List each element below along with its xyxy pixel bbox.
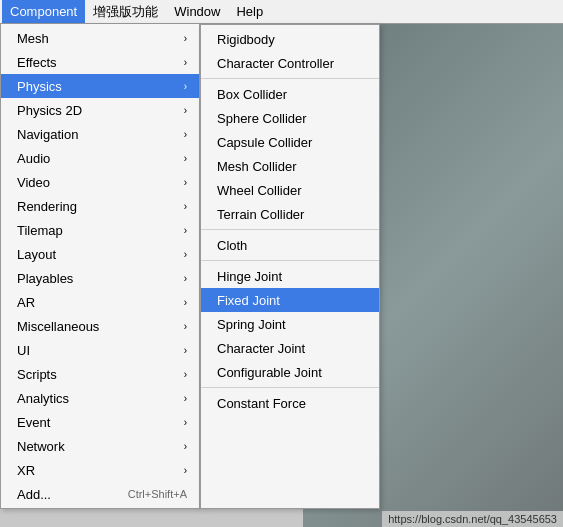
menubar-item-enhanced[interactable]: 增强版功能: [85, 0, 166, 23]
separator-3: [201, 260, 379, 261]
menu-layout-label: Layout: [17, 247, 56, 262]
menu-sphere-collider-label: Sphere Collider: [217, 111, 307, 126]
menubar-item-help[interactable]: Help: [228, 0, 271, 23]
chevron-right-icon: ›: [184, 297, 187, 308]
chevron-right-icon: ›: [184, 129, 187, 140]
menu-effects-label: Effects: [17, 55, 57, 70]
menu-item-event[interactable]: Event ›: [1, 410, 199, 434]
menu-analytics-label: Analytics: [17, 391, 69, 406]
menubar-component-label: Component: [10, 4, 77, 19]
chevron-right-icon: ›: [184, 33, 187, 44]
menubar-item-window[interactable]: Window: [166, 0, 228, 23]
menu-item-scripts[interactable]: Scripts ›: [1, 362, 199, 386]
menu-mesh-collider-label: Mesh Collider: [217, 159, 296, 174]
menu-item-configurable-joint[interactable]: Configurable Joint: [201, 360, 379, 384]
menu-add-label: Add...: [17, 487, 51, 502]
menubar-help-label: Help: [236, 4, 263, 19]
menu-item-mesh-collider[interactable]: Mesh Collider: [201, 154, 379, 178]
chevron-right-icon: ›: [184, 345, 187, 356]
menu-item-layout[interactable]: Layout ›: [1, 242, 199, 266]
chevron-right-icon: ›: [184, 201, 187, 212]
primary-menu: Mesh › Effects › Physics › Physics 2D › …: [0, 24, 200, 509]
menu-hinge-joint-label: Hinge Joint: [217, 269, 282, 284]
separator-2: [201, 229, 379, 230]
menu-miscellaneous-label: Miscellaneous: [17, 319, 99, 334]
menu-item-ar[interactable]: AR ›: [1, 290, 199, 314]
dropdown-container: Mesh › Effects › Physics › Physics 2D › …: [0, 24, 380, 509]
separator-1: [201, 78, 379, 79]
menu-item-video[interactable]: Video ›: [1, 170, 199, 194]
menu-item-hinge-joint[interactable]: Hinge Joint: [201, 264, 379, 288]
menu-scripts-label: Scripts: [17, 367, 57, 382]
status-bar: https://blog.csdn.net/qq_43545653: [382, 511, 563, 527]
menu-character-joint-label: Character Joint: [217, 341, 305, 356]
menu-box-collider-label: Box Collider: [217, 87, 287, 102]
menu-item-constant-force[interactable]: Constant Force: [201, 391, 379, 415]
menu-item-rendering[interactable]: Rendering ›: [1, 194, 199, 218]
menu-xr-label: XR: [17, 463, 35, 478]
menu-fixed-joint-label: Fixed Joint: [217, 293, 280, 308]
chevron-right-icon: ›: [184, 441, 187, 452]
menu-item-network[interactable]: Network ›: [1, 434, 199, 458]
menu-spring-joint-label: Spring Joint: [217, 317, 286, 332]
menu-item-terrain-collider[interactable]: Terrain Collider: [201, 202, 379, 226]
menubar-item-component[interactable]: Component: [2, 0, 85, 23]
menu-item-fixed-joint[interactable]: Fixed Joint: [201, 288, 379, 312]
menu-wheel-collider-label: Wheel Collider: [217, 183, 302, 198]
menu-terrain-collider-label: Terrain Collider: [217, 207, 304, 222]
menu-video-label: Video: [17, 175, 50, 190]
chevron-right-icon: ›: [184, 321, 187, 332]
menu-item-effects[interactable]: Effects ›: [1, 50, 199, 74]
menu-item-navigation[interactable]: Navigation ›: [1, 122, 199, 146]
secondary-menu-physics: Rigidbody Character Controller Box Colli…: [200, 24, 380, 509]
menu-constant-force-label: Constant Force: [217, 396, 306, 411]
chevron-right-icon: ›: [184, 273, 187, 284]
menu-rigidbody-label: Rigidbody: [217, 32, 275, 47]
menu-item-ui[interactable]: UI ›: [1, 338, 199, 362]
status-bar-text: https://blog.csdn.net/qq_43545653: [388, 513, 557, 525]
menu-event-label: Event: [17, 415, 50, 430]
chevron-right-icon: ›: [184, 225, 187, 236]
menu-item-miscellaneous[interactable]: Miscellaneous ›: [1, 314, 199, 338]
menu-item-tilemap[interactable]: Tilemap ›: [1, 218, 199, 242]
chevron-right-icon: ›: [184, 177, 187, 188]
menu-configurable-joint-label: Configurable Joint: [217, 365, 322, 380]
menu-navigation-label: Navigation: [17, 127, 78, 142]
chevron-right-icon: ›: [184, 153, 187, 164]
menu-item-capsule-collider[interactable]: Capsule Collider: [201, 130, 379, 154]
menu-item-box-collider[interactable]: Box Collider: [201, 82, 379, 106]
menu-mesh-label: Mesh: [17, 31, 49, 46]
menu-item-analytics[interactable]: Analytics ›: [1, 386, 199, 410]
menu-item-rigidbody[interactable]: Rigidbody: [201, 27, 379, 51]
chevron-right-icon: ›: [184, 249, 187, 260]
menu-physics2d-label: Physics 2D: [17, 103, 82, 118]
menu-item-add[interactable]: Add... Ctrl+Shift+A: [1, 482, 199, 506]
menu-item-audio[interactable]: Audio ›: [1, 146, 199, 170]
menu-ui-label: UI: [17, 343, 30, 358]
menu-ar-label: AR: [17, 295, 35, 310]
chevron-right-icon: ›: [184, 57, 187, 68]
menu-item-playables[interactable]: Playables ›: [1, 266, 199, 290]
menu-item-mesh[interactable]: Mesh ›: [1, 26, 199, 50]
chevron-right-icon: ›: [184, 81, 187, 92]
chevron-right-icon: ›: [184, 369, 187, 380]
menu-item-physics2d[interactable]: Physics 2D ›: [1, 98, 199, 122]
menubar: Component 增强版功能 Window Help: [0, 0, 563, 24]
chevron-right-icon: ›: [184, 417, 187, 428]
menu-item-spring-joint[interactable]: Spring Joint: [201, 312, 379, 336]
menu-character-controller-label: Character Controller: [217, 56, 334, 71]
menu-capsule-collider-label: Capsule Collider: [217, 135, 312, 150]
separator-4: [201, 387, 379, 388]
menu-physics-label: Physics: [17, 79, 62, 94]
menu-item-physics[interactable]: Physics ›: [1, 74, 199, 98]
menu-tilemap-label: Tilemap: [17, 223, 63, 238]
menu-item-character-controller[interactable]: Character Controller: [201, 51, 379, 75]
menu-item-character-joint[interactable]: Character Joint: [201, 336, 379, 360]
menu-item-xr[interactable]: XR ›: [1, 458, 199, 482]
menu-cloth-label: Cloth: [217, 238, 247, 253]
menu-item-cloth[interactable]: Cloth: [201, 233, 379, 257]
chevron-right-icon: ›: [184, 105, 187, 116]
menu-item-wheel-collider[interactable]: Wheel Collider: [201, 178, 379, 202]
menubar-enhanced-label: 增强版功能: [93, 3, 158, 21]
menu-item-sphere-collider[interactable]: Sphere Collider: [201, 106, 379, 130]
